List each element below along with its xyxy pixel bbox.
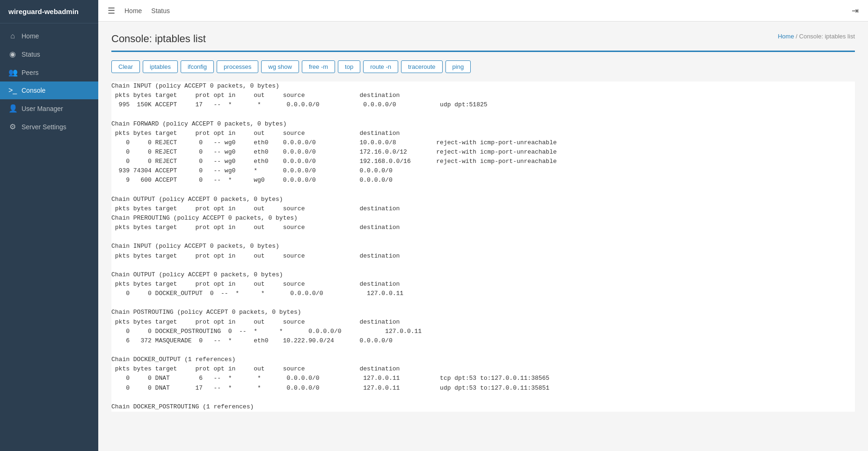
topbar-home-link[interactable]: Home xyxy=(124,7,142,15)
breadcrumb: Home / Console: iptables list xyxy=(778,33,855,40)
breadcrumb-current: Console: iptables list xyxy=(799,33,855,40)
console-btn-clear[interactable]: Clear xyxy=(111,60,140,73)
sidebar-item-server-settings[interactable]: ⚙Server Settings xyxy=(0,118,98,136)
sidebar-nav: ⌂Home◉Status👥Peers>_Console👤User Manager… xyxy=(0,23,98,451)
main-content: ☰ Home Status ⇥ Console: iptables list H… xyxy=(98,0,868,451)
sidebar-label-peers: Peers xyxy=(22,69,39,76)
sidebar-label-home: Home xyxy=(22,32,39,40)
console-btn-ifconfig[interactable]: ifconfig xyxy=(181,60,214,73)
server-settings-icon: ⚙ xyxy=(8,122,17,131)
logout-icon[interactable]: ⇥ xyxy=(852,6,859,15)
console-output: Chain INPUT (policy ACCEPT 0 packets, 0 … xyxy=(111,81,855,412)
app-logo: wireguard-webadmin xyxy=(0,0,98,23)
sidebar-label-user-manager: User Manager xyxy=(22,105,63,112)
sidebar-item-peers[interactable]: 👥Peers xyxy=(0,63,98,81)
breadcrumb-home[interactable]: Home xyxy=(778,33,794,40)
console-btn-iptables[interactable]: iptables xyxy=(143,60,178,73)
sidebar-label-console: Console xyxy=(22,87,45,94)
sidebar-item-home[interactable]: ⌂Home xyxy=(0,27,98,45)
breadcrumb-separator: / xyxy=(796,33,799,40)
console-btn-wg-show[interactable]: wg show xyxy=(261,60,299,73)
console-btn-ping[interactable]: ping xyxy=(445,60,471,73)
topbar-status-link[interactable]: Status xyxy=(151,7,170,15)
peers-icon: 👥 xyxy=(8,68,17,77)
console-icon: >_ xyxy=(8,86,17,95)
sidebar: wireguard-webadmin ⌂Home◉Status👥Peers>_C… xyxy=(0,0,98,451)
sidebar-item-status[interactable]: ◉Status xyxy=(0,45,98,63)
breadcrumb-row: Console: iptables list Home / Console: i… xyxy=(111,33,855,45)
console-btn-top[interactable]: top xyxy=(338,60,360,73)
topbar-right: ⇥ xyxy=(852,6,859,16)
section-divider xyxy=(111,51,855,52)
status-icon: ◉ xyxy=(8,50,17,59)
console-buttons: Cleariptablesifconfigprocesseswg showfre… xyxy=(111,60,855,73)
sidebar-item-console[interactable]: >_Console xyxy=(0,81,98,99)
sidebar-label-status: Status xyxy=(22,51,40,58)
user-manager-icon: 👤 xyxy=(8,104,17,113)
console-btn-traceroute[interactable]: traceroute xyxy=(401,60,443,73)
hamburger-icon[interactable]: ☰ xyxy=(108,6,115,16)
console-btn-processes[interactable]: processes xyxy=(217,60,258,73)
console-btn-route--n[interactable]: route -n xyxy=(363,60,398,73)
sidebar-label-server-settings: Server Settings xyxy=(22,123,66,131)
page-content: Console: iptables list Home / Console: i… xyxy=(98,22,868,451)
sidebar-item-user-manager[interactable]: 👤User Manager xyxy=(0,99,98,118)
page-title: Console: iptables list xyxy=(111,33,206,45)
topbar: ☰ Home Status ⇥ xyxy=(98,0,868,22)
home-icon: ⌂ xyxy=(8,32,17,40)
console-btn-free--m[interactable]: free -m xyxy=(302,60,335,73)
